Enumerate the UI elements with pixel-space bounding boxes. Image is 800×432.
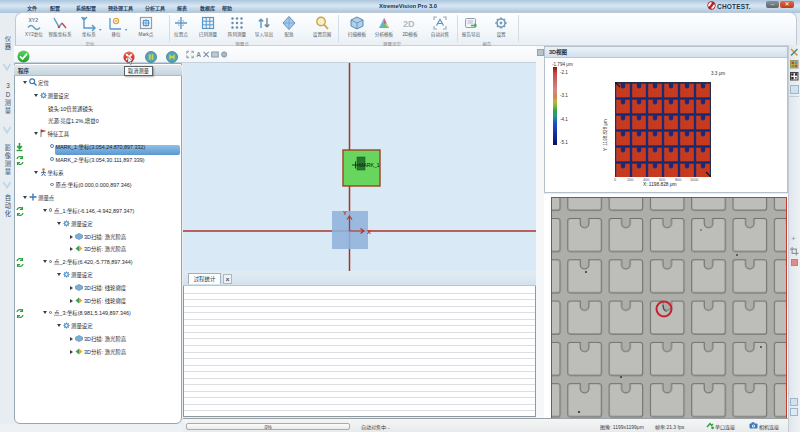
svg-text:Y: Y [343,210,347,216]
svg-text:XY2: XY2 [29,17,39,23]
svg-text:X: X [367,229,371,235]
svg-text:A: A [196,51,201,58]
svg-text:MARK_1: MARK_1 [359,162,380,168]
svg-text:2D: 2D [403,19,415,29]
